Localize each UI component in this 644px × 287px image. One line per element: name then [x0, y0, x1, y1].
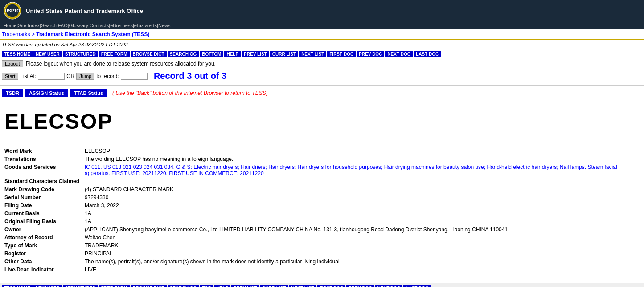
serial-label: Serial Number [4, 194, 85, 201]
toolbar-curr-list[interactable]: CURR LIST [270, 51, 298, 57]
toolbar-search-og[interactable]: SEARCH OG [168, 51, 199, 57]
nav-home[interactable]: Home [4, 23, 16, 28]
record-counter: Record 3 out of 3 [154, 71, 226, 81]
toolbar-last-doc[interactable]: LAST DOC [414, 51, 441, 57]
type-label: Type of Mark [4, 242, 85, 249]
logout-bar: Logout Please logout when you are done t… [0, 59, 644, 68]
live-dead-value: LIVE [85, 266, 640, 273]
filing-date-label: Filing Date [4, 202, 85, 209]
other-data-value: The name(s), portrait(s), and/or signatu… [85, 258, 640, 265]
details-table: Word Mark ELECSOP Translations The wordi… [0, 147, 644, 283]
b-toolbar-free-form[interactable]: FREE FORM [99, 285, 130, 287]
nav-site-index[interactable]: Site Index [18, 23, 40, 28]
attorney-row: Attorney of Record Weitao Chen [4, 234, 640, 242]
b-toolbar-prev-list[interactable]: PREV LIST [231, 285, 259, 287]
word-mark-row: Word Mark ELECSOP [4, 147, 640, 155]
logout-button[interactable]: Logout [2, 60, 23, 67]
b-toolbar-structured[interactable]: STRUCTURED [63, 285, 98, 287]
serial-value: 97294330 [85, 194, 640, 201]
serial-row: Serial Number 97294330 [4, 193, 640, 201]
divider-1 [0, 85, 644, 86]
breadcrumb-separator: > [30, 31, 37, 37]
goods-services-label: Goods and Services [4, 164, 85, 176]
toolbar-structured[interactable]: STRUCTURED [63, 51, 98, 57]
start-button[interactable]: Start [2, 73, 18, 80]
nav-list-bar: Start List At: OR Jump to record: Record… [0, 68, 644, 84]
toolbar-new-user[interactable]: NEW USER [33, 51, 62, 57]
b-toolbar-browse-dict[interactable]: BROWSE DICT [131, 285, 167, 287]
register-row: Register PRINCIPAL [4, 250, 640, 258]
svg-text:USPTO: USPTO [5, 8, 20, 13]
b-toolbar-next-doc[interactable]: NEXT DOC [375, 285, 403, 287]
b-toolbar-new-user[interactable]: NEW USER [33, 285, 62, 287]
nav-search[interactable]: Search [41, 23, 57, 28]
register-value: PRINCIPAL [85, 250, 640, 257]
tsdr-button[interactable]: TSDR [2, 89, 23, 97]
toolbar-bottom[interactable]: BOTTOM [200, 51, 223, 57]
toolbar-first-doc[interactable]: FIRST DOC [327, 51, 356, 57]
to-record-input[interactable] [121, 73, 148, 80]
type-value: TRADEMARK [85, 242, 640, 249]
word-mark-label: Word Mark [4, 148, 85, 154]
b-toolbar-curr-list[interactable]: CURR LIST [260, 285, 288, 287]
b-toolbar-tess-home[interactable]: TESS HOME [2, 285, 33, 287]
live-dead-row: Live/Dead Indicator LIVE [4, 266, 640, 274]
register-label: Register [4, 250, 85, 257]
b-toolbar-next-list[interactable]: NEXT LIST [289, 285, 316, 287]
current-basis-label: Current Basis [4, 210, 85, 217]
b-toolbar-first-doc[interactable]: FIRST DOC [317, 285, 345, 287]
mark-display: ELECSOP [0, 100, 644, 147]
breadcrumb-parent[interactable]: Trademarks [2, 31, 30, 37]
owner-row: Owner (APPLICANT) Shenyang haoyimei e-co… [4, 226, 640, 234]
toolbar-browse-dict[interactable]: BROWSE DICT [131, 51, 167, 57]
ttab-status-button[interactable]: TTAB Status [70, 89, 107, 97]
toolbar-free-form[interactable]: FREE FORM [99, 51, 130, 57]
translations-label: Translations [4, 156, 85, 162]
current-basis-row: Current Basis 1A [4, 209, 640, 217]
std-chars-label: Standard Characters Claimed [4, 178, 85, 184]
goods-services-row: Goods and Services IC 011. US 013 021 02… [4, 163, 640, 177]
nav-ebiz-alerts[interactable]: eBiz alerts [134, 23, 157, 28]
breadcrumb: Trademarks > Trademark Electronic Search… [0, 29, 644, 40]
nav-news[interactable]: News [158, 23, 171, 28]
assign-status-button[interactable]: ASSIGN Status [25, 89, 68, 97]
header: USPTO United States Patent and Trademark… [0, 0, 644, 21]
last-updated: TESS was last updated on Sat Apr 23 03:3… [0, 40, 644, 49]
jump-button[interactable]: Jump [76, 73, 94, 80]
b-toolbar-prev-doc[interactable]: PREV DOC [346, 285, 374, 287]
header-agency: United States Patent and Trademark Offic… [26, 8, 143, 14]
toolbar: TESS HOME NEW USER STRUCTURED FREE FORM … [0, 49, 644, 59]
owner-label: Owner [4, 226, 85, 233]
toolbar-prev-doc[interactable]: PREV DOC [357, 51, 384, 57]
bottom-toolbar: TESS HOME NEW USER STRUCTURED FREE FORM … [0, 283, 644, 287]
filing-date-value: March 3, 2022 [85, 202, 640, 209]
toolbar-tess-home[interactable]: TESS HOME [2, 51, 33, 57]
nav-glossary[interactable]: Glossary [69, 23, 88, 28]
type-row: Type of Mark TRADEMARK [4, 242, 640, 250]
word-mark-value: ELECSOP [85, 148, 640, 154]
filing-date-row: Filing Date March 3, 2022 [4, 201, 640, 209]
nav-bar: Home|Site Index|Search|FAQ|Glossary|Cont… [0, 21, 644, 29]
other-data-row: Other Data The name(s), portrait(s), and… [4, 258, 640, 266]
toolbar-next-doc[interactable]: NEXT DOC [385, 51, 413, 57]
list-at-label: List At: [20, 73, 36, 79]
toolbar-prev-list[interactable]: PREV LIST [242, 51, 269, 57]
b-toolbar-help[interactable]: HELP [214, 285, 231, 287]
or-label: OR [66, 73, 74, 79]
breadcrumb-current: Trademark Electronic Search System (TESS… [36, 31, 149, 37]
mark-drawing-row: Mark Drawing Code (4) STANDARD CHARACTER… [4, 185, 640, 193]
b-toolbar-search-og[interactable]: SEARCH OG [168, 285, 199, 287]
nav-faq[interactable]: FAQ [58, 23, 68, 28]
list-at-input[interactable] [38, 73, 65, 80]
toolbar-help[interactable]: HELP [224, 51, 241, 57]
b-toolbar-top[interactable]: TOP [200, 285, 213, 287]
toolbar-next-list[interactable]: NEXT LIST [299, 51, 326, 57]
other-data-label: Other Data [4, 258, 85, 265]
uspto-logo: USPTO [4, 2, 21, 20]
translations-value: The wording ELECSOP has no meaning in a … [85, 156, 640, 162]
b-toolbar-last-doc[interactable]: LAST DOC [403, 285, 431, 287]
mark-drawing-value: (4) STANDARD CHARACTER MARK [85, 186, 640, 193]
mark-drawing-label: Mark Drawing Code [4, 186, 85, 193]
nav-contacts[interactable]: Contacts [90, 23, 109, 28]
nav-ebusiness[interactable]: eBusiness [110, 23, 133, 28]
